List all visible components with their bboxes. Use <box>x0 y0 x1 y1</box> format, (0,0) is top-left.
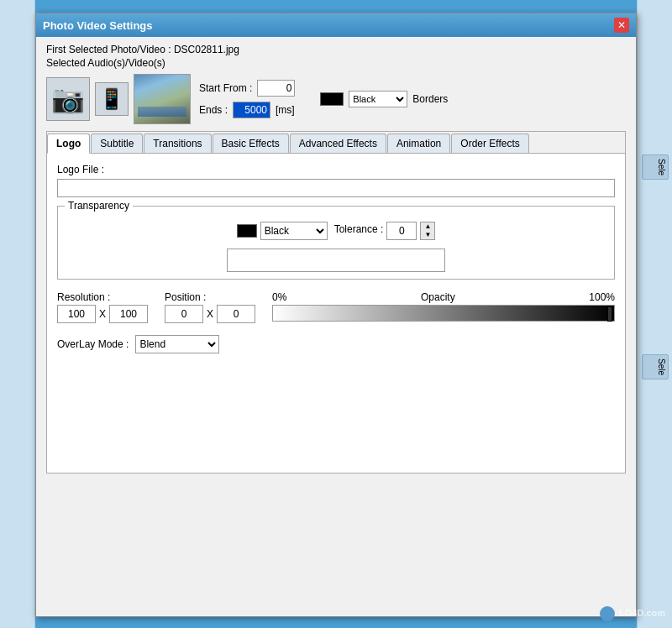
tab-order-effects[interactable]: Order Effects <box>451 133 528 153</box>
tab-transitions[interactable]: Transitions <box>144 133 211 153</box>
border-color-swatch <box>320 92 344 106</box>
first-selected-label: First Selected Photo/Video : <box>46 44 171 55</box>
border-row: Black Borders <box>320 91 448 107</box>
selected-av-label: Selected Audio(s)/Video(s) <box>46 57 626 69</box>
start-from-label: Start From : <box>199 82 252 94</box>
ends-unit: [ms] <box>276 104 295 116</box>
tab-content-logo: Logo File : Transparency Black <box>47 154 625 473</box>
pos-x-input[interactable] <box>165 305 203 323</box>
tab-advanced-effects[interactable]: Advanced Effects <box>290 133 386 153</box>
side-panel-left <box>0 0 35 628</box>
start-from-input[interactable] <box>257 80 295 97</box>
trans-color-swatch <box>237 224 257 238</box>
color-select-row: Black <box>237 222 328 240</box>
thumb-photo <box>134 74 191 124</box>
tab-logo[interactable]: Logo <box>47 133 90 154</box>
watermark-globe-icon <box>600 606 615 621</box>
res-row: X <box>57 305 148 323</box>
pos-y-input[interactable] <box>217 305 255 323</box>
overlay-mode-select[interactable]: Blend Normal Multiply Screen <box>135 335 219 353</box>
transparency-content: Black Tolerance : ▲ ▼ <box>66 222 606 272</box>
opacity-slider-track[interactable] <box>272 305 615 322</box>
logo-file-label: Logo File : <box>57 164 615 175</box>
trans-color-select[interactable]: Black <box>260 222 328 240</box>
tolerance-row: Tolerance : ▲ ▼ <box>334 222 436 240</box>
opacity-slider-thumb[interactable] <box>607 306 612 322</box>
photo-preview <box>134 75 190 123</box>
main-dialog: Photo Video Settings ✕ First Selected Ph… <box>35 13 637 617</box>
overlay-mode-label: OverLay Mode : <box>57 338 129 350</box>
tab-animation[interactable]: Animation <box>387 133 450 153</box>
opacity-title-label: Opacity <box>421 291 455 303</box>
camera-icon: 📷 <box>51 83 85 115</box>
first-selected-value: DSC02811.jpg <box>174 44 239 55</box>
res-x-separator: X <box>97 308 108 320</box>
logo-file-input[interactable] <box>57 179 615 197</box>
pos-row: X <box>165 305 255 323</box>
resolution-label: Resolution : <box>57 291 148 303</box>
watermark-text: LO4D.com <box>619 608 665 618</box>
ends-label: Ends : <box>199 104 228 116</box>
position-label: Position : <box>165 291 255 303</box>
dialog-title: Photo Video Settings <box>43 19 153 32</box>
thumb-camera: 📷 <box>46 77 90 121</box>
trans-preview-box <box>227 249 445 272</box>
side-btn-1[interactable]: Sele <box>642 154 669 180</box>
device-icon: 📱 <box>99 87 124 111</box>
thumbnails: 📷 📱 <box>46 74 191 124</box>
bottom-controls: Resolution : X Position : X <box>57 291 615 323</box>
opacity-group: 0% Opacity 100% <box>272 291 615 322</box>
ends-input[interactable] <box>233 102 270 118</box>
watermark: LO4D.com <box>600 606 665 621</box>
transparency-legend: Transparency <box>65 200 133 212</box>
transparency-group: Transparency Black Tolerance : <box>57 206 615 280</box>
res-x-input[interactable] <box>57 305 96 323</box>
border-color-select[interactable]: Black <box>349 91 407 107</box>
trans-row2 <box>66 249 606 272</box>
borders-label: Borders <box>412 93 448 105</box>
close-button[interactable]: ✕ <box>614 18 629 33</box>
tab-basic-effects[interactable]: Basic Effects <box>213 133 289 153</box>
time-controls: Start From : Ends : [ms] <box>199 80 295 118</box>
side-btn-2[interactable]: Sele <box>642 354 669 379</box>
title-bar: Photo Video Settings ✕ <box>36 13 636 37</box>
side-panel-right: Sele Sele <box>637 0 672 628</box>
res-y-input[interactable] <box>109 305 148 323</box>
thumb-device: 📱 <box>95 82 129 116</box>
tolerance-spinner[interactable]: ▲ ▼ <box>420 222 435 240</box>
side-left-text <box>0 0 17 16</box>
first-selected-row: First Selected Photo/Video : DSC02811.jp… <box>46 44 626 55</box>
top-row: 📷 📱 Start From : Ends : <box>46 74 626 124</box>
tol-spin-down-icon[interactable]: ▼ <box>421 231 434 239</box>
opacity-header: 0% Opacity 100% <box>272 291 615 303</box>
trans-row1: Black Tolerance : ▲ ▼ <box>66 222 606 240</box>
tolerance-label: Tolerance : <box>334 223 384 235</box>
ends-row: Ends : [ms] <box>199 102 295 118</box>
tolerance-input[interactable] <box>386 222 417 240</box>
tab-subtitle[interactable]: Subtitle <box>91 133 143 153</box>
tabs-container: Logo Subtitle Transitions Basic Effects … <box>46 131 626 474</box>
tol-spin-up-icon[interactable]: ▲ <box>421 222 434 231</box>
start-row: Start From : <box>199 80 295 97</box>
overlay-row: OverLay Mode : Blend Normal Multiply Scr… <box>57 335 615 353</box>
opacity-100-label: 100% <box>589 291 615 303</box>
position-group: Position : X <box>165 291 255 323</box>
resolution-group: Resolution : X <box>57 291 148 323</box>
tabs-header: Logo Subtitle Transitions Basic Effects … <box>47 132 625 154</box>
opacity-0-label: 0% <box>272 291 286 303</box>
pos-x-separator: X <box>205 308 215 320</box>
dialog-content: First Selected Photo/Video : DSC02811.jp… <box>36 37 636 480</box>
